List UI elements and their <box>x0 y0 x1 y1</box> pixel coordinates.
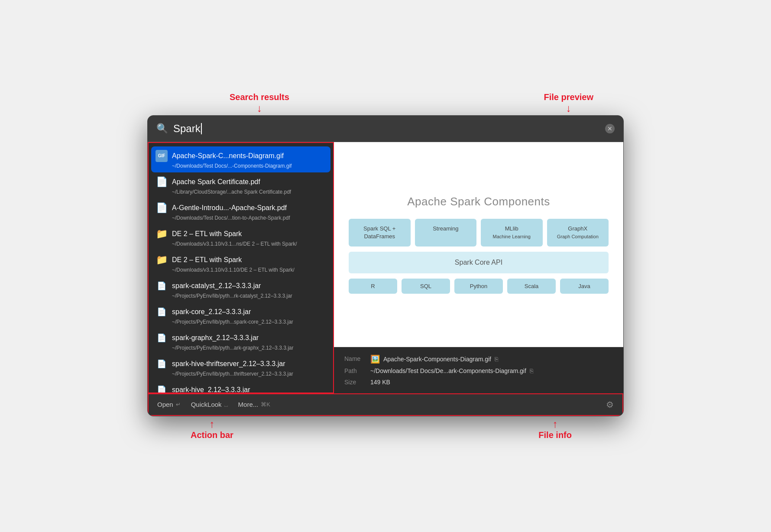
diagram-top-row: Spark SQL +DataFrames Streaming MLlibMac… <box>349 219 609 247</box>
preview-image: Apache Spark Components Spark SQL +DataF… <box>334 142 623 347</box>
result-name: spark-core_2.12–3.3.3.jar <box>172 308 251 316</box>
result-path: ~/Library/CloudStorage/...ache Spark Cer… <box>172 189 326 195</box>
content-area: GIF Apache-Spark-C...nents-Diagram.gif ~… <box>148 142 623 393</box>
copy-path-icon[interactable]: ⎘ <box>530 367 533 374</box>
result-icon: 📄 <box>155 306 168 318</box>
result-path: ~/Downloads/v3.1.10/v3.1...ns/DE 2 – ETL… <box>172 241 326 247</box>
jar-icon: 📄 <box>157 281 166 291</box>
result-item[interactable]: 📄 spark-graphx_2.12–3.3.3.jar ~/Projects… <box>149 328 333 354</box>
result-item-header: 📄 spark-hive-thriftserver_2.12–3.3.3.jar <box>155 358 326 370</box>
diagram-title: Apache Spark Components <box>349 195 609 208</box>
pdf-icon: 📄 <box>156 202 168 214</box>
spark-box-sql: Spark SQL +DataFrames <box>349 219 411 247</box>
lang-java: Java <box>560 279 609 294</box>
result-item[interactable]: 📄 spark-core_2.12–3.3.3.jar ~/Projects/P… <box>149 302 333 328</box>
spark-lang-row: R SQL Python Scala Java <box>349 279 609 294</box>
result-name: spark-hive-thriftserver_2.12–3.3.3.jar <box>172 360 285 368</box>
result-item[interactable]: 📄 spark-hive_2.12–3.3.3.jar ~/Projects/P… <box>149 380 333 393</box>
jar-icon: 📄 <box>157 333 166 343</box>
more-button[interactable]: More... ⌘K <box>238 401 270 408</box>
file-info-area: Name 🖼️ Apache-Spark-Components-Diagram.… <box>334 347 623 393</box>
result-path: ~/Projects/PyEnv/lib/pyth...ark-graphx_2… <box>172 345 326 351</box>
action-bar-arrow-up: ↑ <box>209 418 214 430</box>
quicklook-button[interactable]: QuickLook ⎵ <box>191 401 228 408</box>
result-icon: 📁 <box>155 254 168 266</box>
results-list[interactable]: GIF Apache-Spark-C...nents-Diagram.gif ~… <box>148 142 334 393</box>
result-icon: 📄 <box>155 176 168 188</box>
result-item-header: 📄 spark-catalyst_2.12–3.3.3.jar <box>155 280 326 292</box>
result-icon: 📄 <box>155 384 168 393</box>
path-label: Path <box>344 367 370 375</box>
result-icon: GIF <box>155 150 168 162</box>
result-icon: 📄 <box>155 280 168 292</box>
lang-sql: SQL <box>402 279 450 294</box>
result-path: ~/Projects/PyEnv/lib/pyth...rk-catalyst_… <box>172 293 326 299</box>
result-path: ~/Downloads/Test Docs/...tion-to-Apache-… <box>172 215 326 221</box>
result-name: spark-catalyst_2.12–3.3.3.jar <box>172 282 261 290</box>
result-path: ~/Projects/PyEnv/lib/pyth...spark-core_2… <box>172 319 326 325</box>
search-results-annotation: Search results <box>230 92 289 102</box>
jar-icon: 📄 <box>157 359 166 369</box>
jar-icon: 📄 <box>157 307 166 317</box>
result-item[interactable]: 📄 spark-hive-thriftserver_2.12–3.3.3.jar… <box>149 354 333 380</box>
spark-diagram: Apache Spark Components Spark SQL +DataF… <box>349 195 609 294</box>
result-item-header: 📄 spark-graphx_2.12–3.3.3.jar <box>155 332 326 344</box>
search-results-arrow: ↓ <box>257 102 262 114</box>
result-path: ~/Projects/PyEnv/lib/pyth...thriftserver… <box>172 371 326 377</box>
lang-r: R <box>349 279 397 294</box>
result-item-header: 📄 spark-core_2.12–3.3.3.jar <box>155 306 326 318</box>
folder-icon: 📁 <box>156 228 168 240</box>
action-bar: Open ↵ QuickLook ⎵ More... ⌘K ⚙ <box>148 393 623 416</box>
result-name: A-Gentle-Introdu...-Apache-Spark.pdf <box>172 204 287 212</box>
result-icon: 📄 <box>155 358 168 370</box>
result-item-header: 📄 Apache Spark Certificate.pdf <box>155 176 326 188</box>
name-value: 🖼️ Apache-Spark-Components-Diagram.gif ⎘ <box>370 354 613 364</box>
result-item[interactable]: 📁 DE 2 – ETL with Spark ~/Downloads/v3.1… <box>149 250 333 276</box>
result-item[interactable]: 📄 Apache Spark Certificate.pdf ~/Library… <box>149 172 333 198</box>
name-label: Name <box>344 354 370 364</box>
result-item-header: 📁 DE 2 – ETL with Spark <box>155 228 326 240</box>
result-item-header: GIF Apache-Spark-C...nents-Diagram.gif <box>155 150 326 162</box>
result-item-header: 📄 A-Gentle-Introdu...-Apache-Spark.pdf <box>155 202 326 214</box>
result-item-header: 📁 DE 2 – ETL with Spark <box>155 254 326 266</box>
result-path: ~/Downloads/v3.1.10/v3.1.10/DE 2 – ETL w… <box>172 267 326 273</box>
result-item[interactable]: 📄 spark-catalyst_2.12–3.3.3.jar ~/Projec… <box>149 276 333 302</box>
result-item[interactable]: 📁 DE 2 – ETL with Spark ~/Downloads/v3.1… <box>149 224 333 250</box>
search-bar: 🔍 Spark ✕ <box>148 116 623 142</box>
result-name: Apache Spark Certificate.pdf <box>172 178 260 186</box>
action-bar-annotation: Action bar <box>191 430 233 440</box>
result-icon: 📄 <box>155 202 168 214</box>
open-button[interactable]: Open ↵ <box>157 401 181 408</box>
pdf-icon: 📄 <box>156 176 168 188</box>
spotlight-window: 🔍 Spark ✕ GIF Apache-Spark-C...nents-Dia… <box>147 115 624 416</box>
size-value: 149 KB <box>370 378 613 386</box>
spark-box-graphx: GraphXGraph Computation <box>547 219 609 247</box>
file-preview-arrow: ↓ <box>566 102 571 114</box>
result-item[interactable]: 📄 A-Gentle-Introdu...-Apache-Spark.pdf ~… <box>149 198 333 224</box>
result-name: DE 2 – ETL with Spark <box>172 256 242 264</box>
gif-icon: GIF <box>155 150 168 162</box>
spark-box-streaming: Streaming <box>415 219 477 247</box>
lang-scala: Scala <box>507 279 556 294</box>
search-icon: 🔍 <box>156 123 168 134</box>
result-item[interactable]: GIF Apache-Spark-C...nents-Diagram.gif ~… <box>151 146 330 172</box>
jar-icon: 📄 <box>157 385 166 393</box>
size-label: Size <box>344 378 370 386</box>
result-path: ~/Downloads/Test Docs/...-Components-Dia… <box>172 163 326 169</box>
file-info-annotation: File info <box>538 430 572 440</box>
folder-icon: 📁 <box>156 254 168 266</box>
search-query-display: Spark <box>173 123 201 135</box>
result-name: spark-hive_2.12–3.3.3.jar <box>172 386 250 393</box>
result-name: Apache-Spark-C...nents-Diagram.gif <box>172 152 284 160</box>
gear-button[interactable]: ⚙ <box>606 399 614 410</box>
result-icon: 📁 <box>155 228 168 240</box>
path-value: ~/Downloads/Test Docs/De...ark-Component… <box>370 367 613 375</box>
copy-name-icon[interactable]: ⎘ <box>495 356 498 363</box>
spark-box-mllib: MLlibMachine Learning <box>481 219 543 247</box>
close-button[interactable]: ✕ <box>605 124 615 133</box>
result-name: spark-graphx_2.12–3.3.3.jar <box>172 334 259 342</box>
lang-python: Python <box>454 279 503 294</box>
result-item-header: 📄 spark-hive_2.12–3.3.3.jar <box>155 384 326 393</box>
result-name: DE 2 – ETL with Spark <box>172 230 242 238</box>
preview-panel: Apache Spark Components Spark SQL +DataF… <box>334 142 623 393</box>
